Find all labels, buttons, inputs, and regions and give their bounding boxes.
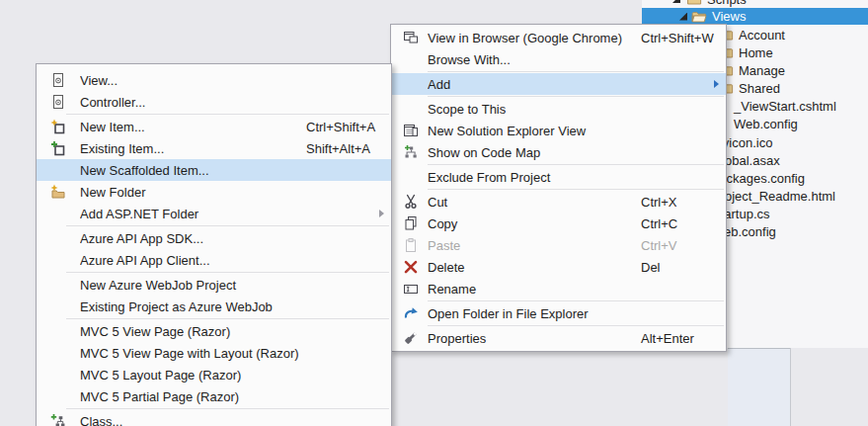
expander-icon[interactable] [672, 0, 680, 3]
menu-item-label: Copy [428, 216, 641, 231]
menu-item-azure-api-app-client[interactable]: Azure API App Client... [37, 249, 391, 271]
menu-item-scope-to-this[interactable]: Scope to This [391, 98, 726, 120]
menu-item-label: Existing Item... [80, 141, 306, 156]
menu-separator [428, 300, 724, 301]
menu-item-label: Cut [428, 195, 641, 210]
menu-item-label: Delete [428, 260, 641, 275]
menu-item-label: Add ASP.NET Folder [80, 207, 306, 221]
tree-item-label: _ViewStart.cshtml [734, 99, 836, 114]
menu-item-open-folder-in-file-explorer[interactable]: Open Folder in File Explorer [391, 302, 726, 324]
menu-item-shortcut: Alt+Enter [641, 331, 726, 346]
code-map-icon [399, 144, 423, 160]
menu-item-label: Properties [428, 331, 641, 346]
menu-item-new-solution-explorer-view[interactable]: New Solution Explorer View [391, 120, 726, 141]
context-menu: View in Browser (Google Chrome)Ctrl+Shif… [390, 24, 727, 352]
menu-item-label: MVC 5 View Page with Layout (Razor) [80, 346, 306, 361]
menu-separator [66, 114, 389, 115]
menu-item-label: Azure API App SDK... [80, 231, 306, 246]
folder-open-icon [691, 9, 707, 25]
menu-item-properties[interactable]: PropertiesAlt+Enter [391, 327, 726, 349]
menu-item-label: Browse With... [428, 52, 641, 67]
tree-item-label: Views [712, 9, 746, 24]
menu-item-browse-with[interactable]: Browse With... [391, 48, 726, 70]
menu-item-paste[interactable]: PasteCtrl+V [391, 234, 726, 256]
menu-item-add[interactable]: Add [391, 73, 726, 95]
menu-item-delete[interactable]: DeleteDel [391, 256, 726, 278]
menu-item-label: Add [428, 77, 641, 92]
new-folder-icon [46, 184, 70, 200]
menu-item-label: MVC 5 Layout Page (Razor) [80, 368, 306, 383]
menu-item-shortcut: Ctrl+V [641, 238, 726, 253]
menu-item-new-azure-webjob-project[interactable]: New Azure WebJob Project [37, 274, 391, 296]
add-submenu: View...Controller...New Item...Ctrl+Shif… [36, 63, 392, 426]
class-icon [46, 413, 70, 426]
menu-separator [428, 71, 724, 72]
page-icon [46, 72, 70, 88]
tree-item-label: Project_Readme.html [712, 189, 835, 204]
menu-item-label: Show on Code Map [428, 145, 641, 160]
expander-icon[interactable] [679, 13, 687, 21]
menu-item-mvc-5-layout-page-razor[interactable]: MVC 5 Layout Page (Razor) [37, 364, 391, 385]
menu-item-controller[interactable]: Controller... [37, 91, 391, 113]
menu-item-new-scaffolded-item[interactable]: New Scaffolded Item... [37, 159, 391, 181]
tree-item-scripts[interactable]: Scripts [642, 0, 868, 8]
menu-item-shortcut: Ctrl+C [641, 216, 726, 231]
solution-explorer-view-icon [399, 123, 423, 138]
menu-item-label: Existing Project as Azure WebJob [80, 299, 306, 314]
menu-item-rename[interactable]: Rename [391, 278, 726, 299]
menu-separator [66, 408, 389, 409]
menu-item-shortcut: Ctrl+Shift+W [641, 31, 726, 45]
menu-item-mvc-5-partial-page-razor[interactable]: MVC 5 Partial Page (Razor) [37, 385, 391, 407]
menu-item-copy[interactable]: CopyCtrl+C [391, 213, 726, 234]
menu-separator [428, 325, 724, 326]
menu-item-label: MVC 5 Partial Page (Razor) [80, 389, 306, 404]
tree-item-label: Home [739, 45, 773, 60]
menu-item-label: New Scaffolded Item... [80, 163, 306, 178]
menu-item-show-on-code-map[interactable]: Show on Code Map [391, 141, 726, 163]
menu-item-new-folder[interactable]: New Folder [37, 181, 391, 203]
menu-separator [66, 225, 389, 226]
menu-item-label: Controller... [80, 95, 306, 110]
menu-item-add-asp-net-folder[interactable]: Add ASP.NET Folder [37, 203, 391, 224]
tree-item-label: Account [739, 28, 785, 43]
wrench-icon [399, 330, 423, 346]
menu-item-new-item[interactable]: New Item...Ctrl+Shift+A [37, 116, 391, 137]
menu-item-label: New Solution Explorer View [428, 124, 641, 138]
menu-item-cut[interactable]: CutCtrl+X [391, 191, 726, 213]
menu-item-shortcut: Shift+Alt+A [306, 141, 391, 156]
menu-item-label: Scope to This [428, 102, 641, 117]
rename-icon [399, 281, 423, 297]
menu-item-label: New Azure WebJob Project [80, 278, 306, 293]
tree-item-label: Scripts [707, 0, 747, 7]
submenu-arrow-icon [379, 210, 384, 217]
menu-item-label: Open Folder in File Explorer [428, 306, 641, 321]
paste-icon [399, 237, 423, 253]
menu-item-shortcut: Ctrl+Shift+A [306, 120, 391, 134]
menu-item-view-in-browser-google-chrome[interactable]: View in Browser (Google Chrome)Ctrl+Shif… [391, 27, 726, 48]
view-in-browser-icon [399, 30, 423, 45]
menu-item-azure-api-app-sdk[interactable]: Azure API App SDK... [37, 227, 391, 249]
menu-separator [428, 164, 724, 165]
menu-item-existing-project-as-azure-webjob[interactable]: Existing Project as Azure WebJob [37, 296, 391, 317]
menu-item-shortcut: Ctrl+X [641, 195, 726, 210]
menu-item-label: MVC 5 View Page (Razor) [80, 324, 306, 339]
menu-item-exclude-from-project[interactable]: Exclude From Project [391, 166, 726, 188]
menu-item-label: Exclude From Project [428, 170, 641, 185]
menu-item-view[interactable]: View... [37, 69, 391, 91]
menu-item-label: New Folder [80, 185, 306, 200]
copy-icon [399, 215, 423, 231]
panel-divider-vertical [790, 348, 791, 426]
tree-item-views[interactable]: Views [642, 8, 868, 25]
menu-item-label: Azure API App Client... [80, 253, 306, 268]
existing-item-icon [46, 140, 70, 156]
folder-closed-icon [686, 0, 702, 7]
menu-separator [66, 272, 389, 273]
menu-item-label: Class... [80, 414, 306, 426]
tree-item-label: Web.config [734, 117, 798, 131]
menu-item-existing-item[interactable]: Existing Item...Shift+Alt+A [37, 137, 391, 159]
menu-item-mvc-5-view-page-razor[interactable]: MVC 5 View Page (Razor) [37, 320, 391, 342]
page-icon [46, 94, 70, 110]
menu-item-class[interactable]: Class... [37, 410, 391, 426]
menu-item-label: Rename [428, 282, 641, 297]
menu-item-mvc-5-view-page-with-layout-razor[interactable]: MVC 5 View Page with Layout (Razor) [37, 342, 391, 364]
